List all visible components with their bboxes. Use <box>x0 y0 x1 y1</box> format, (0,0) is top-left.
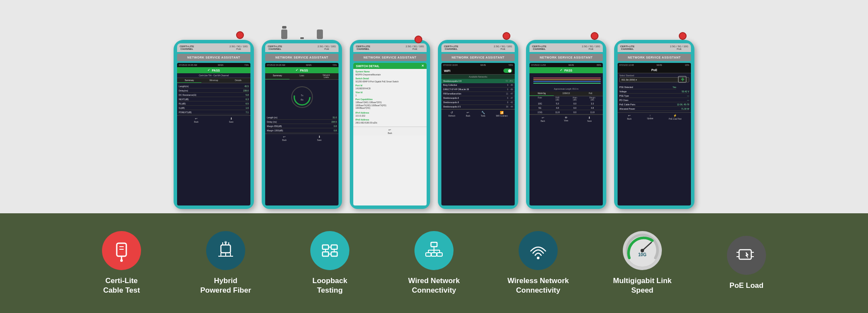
device-3-field-sysname-val: WOPR-CheyenneMountain <box>355 74 424 76</box>
feature-multigig-speed: 10G Multigigabit LinkSpeed <box>590 222 694 304</box>
table-row: IL(dB)1.6 <box>179 106 249 110</box>
wireless-icon-wrap <box>519 231 558 270</box>
device-5-status-bar: 07/25/22 11:53 MAIN 80% <box>529 63 603 67</box>
device-1-tab-wiremap[interactable]: Wiremap <box>201 78 226 83</box>
table-row: PSNEXT(dB)7.1 <box>179 110 249 114</box>
device-5-approx-length: Approximate Length: 65.0 m <box>531 88 601 90</box>
list-item[interactable]: FBISurveillanceVan11 -47 <box>441 92 515 96</box>
device-5-battery: 80% <box>597 64 601 66</box>
device-2-tab-summary[interactable]: Summary <box>265 73 289 79</box>
wireless-icon <box>526 239 550 262</box>
device-2-tabs: Summary Loss NetworkLimits <box>265 73 339 80</box>
device-4-tools-button[interactable]: 🔧Tools <box>481 111 486 117</box>
device-4-back-button[interactable]: ↩Back <box>466 111 470 117</box>
svg-rect-27 <box>322 252 329 256</box>
list-item[interactable]: DIRECT-97-HP OfficeJet 386 -69 <box>441 88 515 92</box>
device-5-top-bar: CERTI-LITECHANNEL 2.5G / 5G / 10GPoE <box>529 43 603 52</box>
device-6-header: NETWORK SERVICE ASSISTANT <box>618 54 691 61</box>
device-6-body: CERTI-LITECHANNEL 2.5G / 5G / 10GPoE NET… <box>614 40 694 209</box>
device-2-save-button[interactable]: ⬇Save <box>317 135 322 141</box>
device-2-tab-loss[interactable]: Loss <box>289 73 314 79</box>
device-6-poe-rows: PSE DetectedYes Voltage53.42 V PSE Type—… <box>618 84 691 112</box>
device-4-power-button[interactable] <box>503 32 510 40</box>
device-1-tab-summary[interactable]: Summary <box>177 78 201 83</box>
table-row: Margin 850(dB)0.8 <box>267 124 337 128</box>
device-2-tab-limits[interactable]: NetworkLimits <box>314 73 339 79</box>
device-5-left-label: CERTI-LITECHANNEL <box>532 45 546 50</box>
table-row: PSE DetectedYes <box>619 85 676 89</box>
table-row: 5G4.80.04.8 <box>529 106 603 110</box>
device-4-selected-network[interactable]: Sheldonsopolis II 8Ch dBm <box>441 79 515 83</box>
device-5-pass-banner: ✓PASS <box>529 67 603 73</box>
device-5-tab-poe[interactable]: PoE <box>579 91 603 96</box>
table-row: PD Class— <box>619 98 689 102</box>
device-6-battery: 10% <box>685 64 689 66</box>
device-6-poe-load-test-button[interactable]: ⚡PoE Load Test <box>669 114 681 120</box>
device-4-time: 07/22/22 16:04 <box>443 64 457 66</box>
device-5-back-button[interactable]: ↩Back <box>541 116 545 122</box>
device-6-screen: 07/21/22 12:48 MAIN 10% PoE Select Stand… <box>618 63 691 205</box>
device-1-tab-details[interactable]: Details <box>226 78 250 83</box>
feature-certi-lite-label: Certi-LiteCable Test <box>103 276 140 295</box>
device-3-field-ipv4-val: 10.0.0.202 <box>355 115 424 117</box>
feature-hybrid-fiber-label: HybridPowered Fiber <box>200 276 251 295</box>
list-item[interactable]: Sheldonsopolis 88 -42 <box>441 101 515 105</box>
device-4-wifi-header: WIFI <box>441 67 515 75</box>
device-2-pass-banner: ✓PASS <box>265 67 339 73</box>
device-2-right-label: 2.5G / 5G / 10GPoE <box>318 45 336 50</box>
device-4: CERTI-LITECHANNEL 2.5G / 5G / 10GPoE NET… <box>438 36 518 209</box>
device-1-back-button[interactable]: ↩Back <box>194 117 198 123</box>
device-2: Tx +/- Rx CERTI-LITECHANNEL 2.5G / 5G / … <box>262 26 342 209</box>
device-4-wifi-connect-button[interactable]: 📶WiFi Connect <box>496 111 508 117</box>
feature-loopback-label: LoopbackTesting <box>312 276 347 295</box>
device-1-subtitle: Certi-Lite TIA - Cat 6A Channel <box>177 73 250 78</box>
device-1-power-button[interactable] <box>236 31 244 39</box>
device-3-power-button[interactable] <box>414 36 422 43</box>
device-1-tabs: Summary Wiremap Details <box>177 78 250 83</box>
device-5-tabs: Multi-Gig 100M/10 PoE <box>529 91 603 96</box>
device-3-field-portcap-label: Port Capabilities <box>355 98 424 101</box>
svg-point-43 <box>537 257 539 259</box>
feature-wireless-network-label: Wireless NetworkConnectivity <box>507 276 569 295</box>
device-6-update-button[interactable]: ↑Update <box>647 114 654 120</box>
list-item[interactable]: Sheldonsopolis 66 -47 <box>441 96 515 101</box>
device-4-right-label: 2.5G / 5G / 10GPoE <box>494 45 512 50</box>
device-3-body: CERTI-LITECHANNEL 2.5G / 5G / 10GPoE NET… <box>350 40 430 209</box>
device-1-save-button[interactable]: ⬇Save <box>229 117 233 123</box>
table-row: Length(m)45.5 <box>179 84 249 88</box>
device-6-back-button[interactable]: ↩Back <box>627 114 631 120</box>
device-4-wifi-toggle[interactable] <box>503 68 512 73</box>
device-4-buttons: ↺Refresh ↩Back 🔧Tools 📶WiFi Connect <box>441 109 515 118</box>
table-row: NEXT(dB)6.3 <box>179 97 249 101</box>
svg-text:Tx: Tx <box>301 94 303 97</box>
device-3-back-button[interactable]: ↩Back <box>388 128 392 134</box>
list-item[interactable]: Sheldonsopolis II 536 -44 <box>441 105 515 109</box>
device-4-available-label: Available Networks <box>441 75 515 79</box>
table-row: Length (m)31.0 <box>267 115 337 120</box>
device-5-view-button[interactable]: 👁View <box>564 116 569 122</box>
device-6-power-button[interactable] <box>679 32 687 40</box>
svg-rect-40 <box>426 253 431 256</box>
device-3-left-label: CERTI-LITECHANNEL <box>356 45 370 50</box>
features-section: Certi-LiteCable Test HybridPowered Fiber <box>0 213 868 313</box>
svg-marker-53 <box>745 252 749 258</box>
device-5-power-button[interactable] <box>591 32 598 40</box>
cable-icon-wrap <box>102 231 141 270</box>
device-5-tab-multigig[interactable]: Multi-Gig <box>529 91 554 96</box>
device-5-tab-100m[interactable]: 100M/10 <box>554 91 578 96</box>
device-4-refresh-button[interactable]: ↺Refresh <box>448 111 455 117</box>
device-3-field-portid-val: 14169D5FA4CB <box>355 88 424 90</box>
device-1: CERTI-LITECHANNEL 2.5G / 5G / 10GPoE NET… <box>174 31 254 209</box>
device-3-close-icon[interactable]: ✕ <box>421 64 424 68</box>
device-6-mode: MAIN <box>657 64 662 66</box>
device-5-save-button[interactable]: ⬇Save <box>587 116 592 122</box>
device-3-field-vlan-val: 1 <box>355 95 424 97</box>
device-6-std-area: Select Standard 802.3bt (90W) ▾ <box>618 73 691 84</box>
svg-rect-48 <box>739 250 751 259</box>
device-5-cable-diagram: Approximate Length: 65.0 m <box>529 73 603 91</box>
wired-icon <box>422 239 446 262</box>
device-3-top-bar: CERTI-LITECHANNEL 2.5G / 5G / 10GPoE <box>353 43 427 52</box>
list-item[interactable]: Borg Collective9 -46 <box>441 83 515 88</box>
device-2-top-bar: CERTI-LITECHANNEL 2.5G / 5G / 10GPoE <box>265 43 339 52</box>
device-2-back-button[interactable]: ↩Back <box>282 135 286 141</box>
